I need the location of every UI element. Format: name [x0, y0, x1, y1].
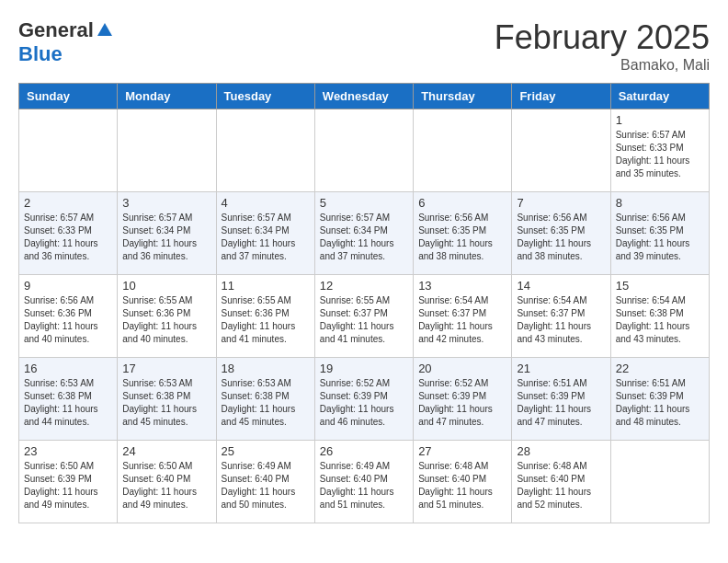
- calendar-cell: 6Sunrise: 6:56 AM Sunset: 6:35 PM Daylig…: [414, 192, 512, 275]
- day-info: Sunrise: 6:48 AM Sunset: 6:40 PM Dayligh…: [517, 460, 605, 511]
- calendar-cell: 27Sunrise: 6:48 AM Sunset: 6:40 PM Dayli…: [414, 441, 512, 523]
- calendar-week-row: 16Sunrise: 6:53 AM Sunset: 6:38 PM Dayli…: [19, 358, 710, 441]
- day-number: 15: [616, 279, 704, 293]
- day-number: 26: [320, 444, 408, 458]
- day-number: 16: [24, 362, 112, 375]
- day-number: 24: [122, 444, 210, 458]
- calendar-cell: [314, 109, 413, 192]
- calendar-cell: [216, 109, 314, 192]
- day-info: Sunrise: 6:51 AM Sunset: 6:39 PM Dayligh…: [517, 377, 605, 429]
- weekday-header: Tuesday: [216, 84, 314, 109]
- day-number: 12: [320, 279, 408, 293]
- day-number: 14: [517, 279, 605, 293]
- day-number: 28: [517, 444, 605, 458]
- calendar-cell: 13Sunrise: 6:54 AM Sunset: 6:37 PM Dayli…: [414, 275, 512, 358]
- calendar-cell: [19, 109, 118, 192]
- day-number: 20: [418, 362, 506, 375]
- page-header: General Blue February 2025 Bamako, Mali: [18, 18, 710, 74]
- calendar-week-row: 9Sunrise: 6:56 AM Sunset: 6:36 PM Daylig…: [19, 275, 710, 358]
- day-info: Sunrise: 6:49 AM Sunset: 6:40 PM Dayligh…: [320, 460, 408, 511]
- day-number: 4: [222, 196, 310, 210]
- day-info: Sunrise: 6:54 AM Sunset: 6:37 PM Dayligh…: [418, 294, 506, 346]
- logo-icon: [96, 21, 114, 40]
- day-number: 22: [616, 362, 704, 375]
- day-number: 3: [122, 196, 210, 210]
- day-info: Sunrise: 6:54 AM Sunset: 6:38 PM Dayligh…: [616, 294, 704, 346]
- calendar-cell: [610, 441, 709, 523]
- logo-blue-text: Blue: [18, 42, 63, 66]
- weekday-header: Thursday: [414, 84, 512, 109]
- day-number: 23: [24, 444, 112, 458]
- day-info: Sunrise: 6:52 AM Sunset: 6:39 PM Dayligh…: [320, 377, 408, 429]
- calendar-cell: [512, 109, 610, 192]
- month-title: February 2025: [495, 18, 710, 57]
- calendar-cell: 25Sunrise: 6:49 AM Sunset: 6:40 PM Dayli…: [216, 441, 314, 523]
- day-info: Sunrise: 6:56 AM Sunset: 6:35 PM Dayligh…: [418, 212, 506, 263]
- day-info: Sunrise: 6:56 AM Sunset: 6:35 PM Dayligh…: [517, 212, 605, 263]
- calendar-cell: 12Sunrise: 6:55 AM Sunset: 6:37 PM Dayli…: [314, 275, 413, 358]
- calendar-cell: 21Sunrise: 6:51 AM Sunset: 6:39 PM Dayli…: [512, 358, 610, 441]
- calendar-cell: 23Sunrise: 6:50 AM Sunset: 6:39 PM Dayli…: [19, 441, 118, 523]
- day-info: Sunrise: 6:50 AM Sunset: 6:40 PM Dayligh…: [122, 460, 210, 511]
- weekday-header: Monday: [118, 84, 216, 109]
- day-info: Sunrise: 6:56 AM Sunset: 6:35 PM Dayligh…: [616, 212, 704, 263]
- calendar-week-row: 1Sunrise: 6:57 AM Sunset: 6:33 PM Daylig…: [19, 109, 710, 192]
- calendar-cell: 15Sunrise: 6:54 AM Sunset: 6:38 PM Dayli…: [610, 275, 709, 358]
- day-info: Sunrise: 6:54 AM Sunset: 6:37 PM Dayligh…: [517, 294, 605, 346]
- calendar-cell: 19Sunrise: 6:52 AM Sunset: 6:39 PM Dayli…: [314, 358, 413, 441]
- day-info: Sunrise: 6:48 AM Sunset: 6:40 PM Dayligh…: [418, 460, 506, 511]
- day-info: Sunrise: 6:53 AM Sunset: 6:38 PM Dayligh…: [122, 377, 210, 429]
- day-info: Sunrise: 6:50 AM Sunset: 6:39 PM Dayligh…: [24, 460, 112, 511]
- calendar-cell: 20Sunrise: 6:52 AM Sunset: 6:39 PM Dayli…: [414, 358, 512, 441]
- day-info: Sunrise: 6:49 AM Sunset: 6:40 PM Dayligh…: [222, 460, 310, 511]
- day-number: 8: [616, 196, 704, 210]
- day-number: 11: [222, 279, 310, 293]
- day-info: Sunrise: 6:57 AM Sunset: 6:33 PM Dayligh…: [24, 212, 112, 263]
- calendar-cell: 5Sunrise: 6:57 AM Sunset: 6:34 PM Daylig…: [314, 192, 413, 275]
- weekday-header: Wednesday: [314, 84, 413, 109]
- day-info: Sunrise: 6:55 AM Sunset: 6:36 PM Dayligh…: [222, 294, 310, 346]
- day-number: 10: [122, 279, 210, 293]
- calendar-cell: 24Sunrise: 6:50 AM Sunset: 6:40 PM Dayli…: [118, 441, 216, 523]
- day-number: 17: [122, 362, 210, 375]
- day-info: Sunrise: 6:53 AM Sunset: 6:38 PM Dayligh…: [24, 377, 112, 429]
- calendar-cell: 7Sunrise: 6:56 AM Sunset: 6:35 PM Daylig…: [512, 192, 610, 275]
- day-number: 25: [222, 444, 310, 458]
- calendar-table: SundayMondayTuesdayWednesdayThursdayFrid…: [18, 83, 710, 523]
- day-info: Sunrise: 6:57 AM Sunset: 6:33 PM Dayligh…: [616, 129, 704, 180]
- day-number: 1: [616, 113, 704, 127]
- logo: General Blue: [18, 18, 114, 66]
- calendar-cell: 8Sunrise: 6:56 AM Sunset: 6:35 PM Daylig…: [610, 192, 709, 275]
- weekday-header: Saturday: [610, 84, 709, 109]
- day-number: 9: [24, 279, 112, 293]
- calendar-cell: 10Sunrise: 6:55 AM Sunset: 6:36 PM Dayli…: [118, 275, 216, 358]
- svg-marker-0: [97, 23, 112, 36]
- calendar-cell: 14Sunrise: 6:54 AM Sunset: 6:37 PM Dayli…: [512, 275, 610, 358]
- calendar-cell: 9Sunrise: 6:56 AM Sunset: 6:36 PM Daylig…: [19, 275, 118, 358]
- day-info: Sunrise: 6:53 AM Sunset: 6:38 PM Dayligh…: [222, 377, 310, 429]
- calendar-cell: 1Sunrise: 6:57 AM Sunset: 6:33 PM Daylig…: [610, 109, 709, 192]
- calendar-cell: 2Sunrise: 6:57 AM Sunset: 6:33 PM Daylig…: [19, 192, 118, 275]
- day-info: Sunrise: 6:56 AM Sunset: 6:36 PM Dayligh…: [24, 294, 112, 346]
- title-block: February 2025 Bamako, Mali: [495, 18, 710, 74]
- day-number: 6: [418, 196, 506, 210]
- day-info: Sunrise: 6:57 AM Sunset: 6:34 PM Dayligh…: [320, 212, 408, 263]
- day-info: Sunrise: 6:57 AM Sunset: 6:34 PM Dayligh…: [222, 212, 310, 263]
- calendar-cell: [414, 109, 512, 192]
- calendar-cell: 26Sunrise: 6:49 AM Sunset: 6:40 PM Dayli…: [314, 441, 413, 523]
- day-number: 27: [418, 444, 506, 458]
- day-number: 21: [517, 362, 605, 375]
- calendar-cell: 16Sunrise: 6:53 AM Sunset: 6:38 PM Dayli…: [19, 358, 118, 441]
- calendar-week-row: 23Sunrise: 6:50 AM Sunset: 6:39 PM Dayli…: [19, 441, 710, 523]
- day-info: Sunrise: 6:51 AM Sunset: 6:39 PM Dayligh…: [616, 377, 704, 429]
- day-number: 18: [222, 362, 310, 375]
- location: Bamako, Mali: [495, 57, 710, 74]
- weekday-header: Friday: [512, 84, 610, 109]
- day-number: 5: [320, 196, 408, 210]
- day-number: 7: [517, 196, 605, 210]
- calendar-cell: [118, 109, 216, 192]
- weekday-header-row: SundayMondayTuesdayWednesdayThursdayFrid…: [19, 84, 710, 109]
- day-info: Sunrise: 6:55 AM Sunset: 6:36 PM Dayligh…: [122, 294, 210, 346]
- day-number: 2: [24, 196, 112, 210]
- calendar-week-row: 2Sunrise: 6:57 AM Sunset: 6:33 PM Daylig…: [19, 192, 710, 275]
